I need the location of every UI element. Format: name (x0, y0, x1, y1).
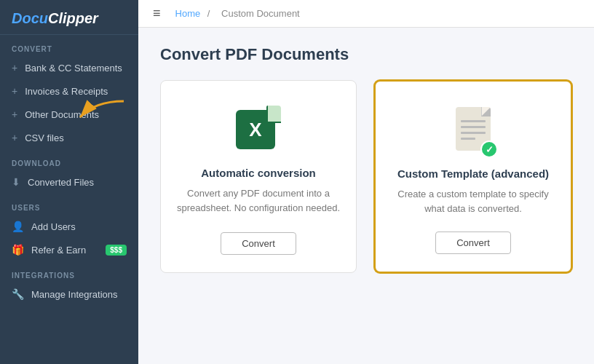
cards-row: X Automatic conversion Convert any PDF d… (160, 80, 572, 273)
sidebar-item-other-docs[interactable]: + Other Documents (0, 103, 138, 126)
sidebar-item-csv[interactable]: + CSV files (0, 126, 138, 149)
custom-card-title: Custom Template (advanced) (397, 167, 549, 180)
sidebar-item-invoices[interactable]: + Invoices & Receipts (0, 79, 138, 103)
page-title: Convert PDF Documents (160, 45, 572, 64)
content-area: Convert PDF Documents X Automatic conver… (138, 28, 594, 364)
card-custom: ✓ Custom Template (advanced) Create a cu… (374, 80, 572, 273)
sidebar-item-add-users[interactable]: 👤 Add Users (0, 215, 138, 238)
card-auto: X Automatic conversion Convert any PDF d… (160, 80, 357, 273)
topbar: ≡ Home / Custom Document (138, 0, 594, 28)
sidebar-item-refer-earn[interactable]: 🎁 Refer & Earn $$$ (0, 238, 138, 261)
auto-card-icon: X (233, 103, 284, 154)
plus-icon-invoices: + (12, 85, 17, 97)
sidebar-label-refer-earn: Refer & Earn (31, 245, 86, 256)
plus-icon-bank: + (12, 62, 17, 74)
user-icon: 👤 (12, 221, 24, 232)
wrench-icon: 🔧 (12, 288, 24, 300)
download-section-label: DOWNLOAD (0, 149, 138, 170)
custom-card-icon: ✓ (448, 103, 499, 154)
sidebar-label-add-users: Add Users (31, 221, 76, 232)
sidebar: DocuClipper CONVERT + Bank & CC Statemen… (0, 0, 138, 364)
custom-convert-button[interactable]: Convert (435, 232, 511, 254)
sidebar-label-manage-integrations: Manage Integrations (31, 289, 118, 300)
sidebar-label-bank-cc: Bank & CC Statements (25, 63, 122, 74)
main-content: ≡ Home / Custom Document Convert PDF Doc… (138, 0, 594, 364)
sidebar-item-manage-integrations[interactable]: 🔧 Manage Integrations (0, 282, 138, 306)
gift-icon: 🎁 (12, 244, 24, 256)
users-section-label: USERS (0, 194, 138, 215)
breadcrumb-current: Custom Document (221, 8, 300, 19)
integrations-section-label: INTEGRATIONS (0, 261, 138, 282)
sidebar-label-converted-files: Converted Files (28, 177, 94, 188)
hamburger-menu[interactable]: ≡ (153, 6, 161, 21)
sidebar-item-converted-files[interactable]: ⬇ Converted Files (0, 170, 138, 194)
sidebar-logo: DocuClipper (0, 0, 138, 35)
auto-convert-button[interactable]: Convert (221, 232, 296, 255)
breadcrumb-home[interactable]: Home (175, 8, 201, 19)
auto-card-desc: Convert any PDF document into a spreadsh… (175, 186, 341, 215)
download-icon: ⬇ (12, 176, 20, 188)
plus-icon-csv: + (12, 132, 17, 143)
sidebar-label-csv: CSV files (25, 132, 63, 143)
refer-earn-badge: $$$ (106, 245, 127, 256)
plus-icon-other: + (12, 108, 17, 120)
auto-card-title: Automatic conversion (201, 167, 316, 179)
convert-section-label: CONVERT (0, 35, 138, 56)
sidebar-label-other-docs: Other Documents (25, 109, 99, 120)
breadcrumb: Home / Custom Document (175, 8, 304, 19)
sidebar-item-bank-cc[interactable]: + Bank & CC Statements (0, 56, 138, 79)
custom-card-desc: Create a custom template to specify what… (390, 187, 556, 215)
sidebar-label-invoices: Invoices & Receipts (25, 86, 108, 97)
logo-text: DocuClipper (12, 10, 98, 26)
breadcrumb-separator: / (207, 8, 210, 19)
